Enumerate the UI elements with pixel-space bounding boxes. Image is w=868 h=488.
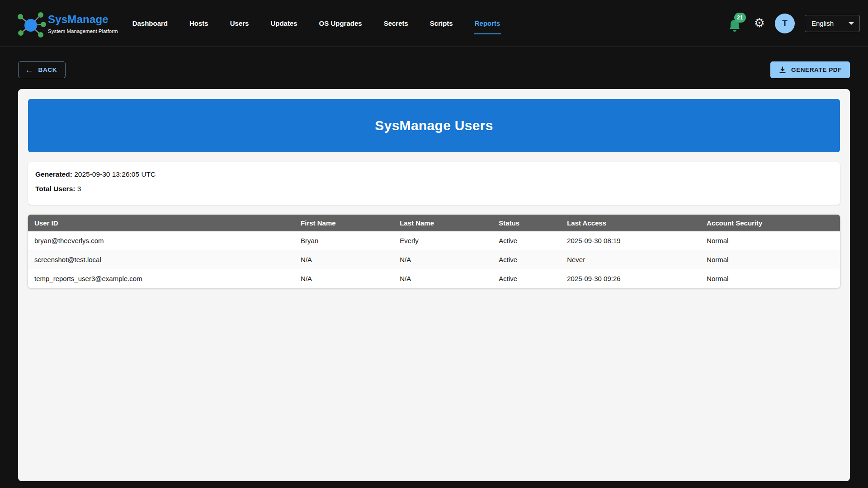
cell-user-id: bryan@theeverlys.com	[28, 231, 294, 250]
report-title: SysManage Users	[375, 118, 493, 133]
cell-account-security: Normal	[700, 269, 840, 288]
nav-item-scripts[interactable]: Scripts	[429, 15, 454, 34]
report-meta-card: Generated: 2025-09-30 13:26:05 UTC Total…	[28, 162, 840, 205]
report-toolbar: ← BACK GENERATE PDF	[0, 47, 868, 78]
users-table: User ID First Name Last Name Status Last…	[28, 215, 840, 288]
main-nav: Dashboard Hosts Users Updates OS Upgrade…	[132, 0, 501, 47]
settings-gear-icon[interactable]: ⚙	[754, 17, 765, 29]
language-selected-value: English	[811, 19, 834, 27]
language-select[interactable]: English	[805, 15, 860, 32]
col-header-last-name: Last Name	[393, 215, 492, 231]
download-icon	[778, 66, 787, 74]
cell-status: Active	[492, 250, 561, 269]
col-header-account-security: Account Security	[700, 215, 840, 231]
cell-account-security: Normal	[700, 231, 840, 250]
chevron-down-icon	[849, 22, 854, 25]
report-banner: SysManage Users	[28, 99, 840, 152]
cell-last-access: 2025-09-30 09:26	[561, 269, 700, 288]
cell-last-access: Never	[561, 250, 700, 269]
total-users-label: Total Users:	[35, 185, 75, 192]
arrow-left-icon: ←	[25, 66, 34, 74]
avatar-initial: T	[782, 19, 788, 28]
users-table-card: User ID First Name Last Name Status Last…	[28, 215, 840, 288]
brand-subtitle: System Management Platform	[48, 28, 118, 34]
appbar-right-cluster: 21 ⚙ T English	[728, 13, 860, 34]
cell-last-access: 2025-09-30 08:19	[561, 231, 700, 250]
table-row[interactable]: bryan@theeverlys.com Bryan Everly Active…	[28, 231, 840, 250]
cell-user-id: screenshot@test.local	[28, 250, 294, 269]
cell-user-id: temp_reports_user3@example.com	[28, 269, 294, 288]
generated-value: 2025-09-30 13:26:05 UTC	[72, 170, 156, 178]
nav-item-hosts[interactable]: Hosts	[189, 15, 209, 34]
app-header: SysManage System Management Platform Das…	[0, 0, 868, 47]
total-users-value: 3	[75, 185, 81, 192]
nav-item-users[interactable]: Users	[229, 15, 250, 34]
col-header-status: Status	[492, 215, 561, 231]
nav-item-updates[interactable]: Updates	[269, 15, 298, 34]
report-card: SysManage Users Generated: 2025-09-30 13…	[18, 89, 850, 481]
cell-last-name: N/A	[393, 269, 492, 288]
brand-title: SysManage	[48, 13, 118, 26]
col-header-first-name: First Name	[294, 215, 393, 231]
back-button[interactable]: ← BACK	[18, 61, 66, 78]
brand-block: SysManage System Management Platform	[48, 13, 118, 34]
nav-item-dashboard[interactable]: Dashboard	[132, 15, 169, 34]
cell-account-security: Normal	[700, 250, 840, 269]
cell-first-name: N/A	[294, 250, 393, 269]
app-logo	[8, 3, 46, 44]
table-row[interactable]: temp_reports_user3@example.com N/A N/A A…	[28, 269, 840, 288]
cell-last-name: N/A	[393, 250, 492, 269]
cell-status: Active	[492, 231, 561, 250]
cell-first-name: Bryan	[294, 231, 393, 250]
network-logo-icon	[8, 3, 46, 44]
nav-item-reports[interactable]: Reports	[474, 15, 501, 34]
total-users-line: Total Users: 3	[35, 185, 833, 193]
notifications-button[interactable]: 21	[728, 13, 744, 34]
generate-pdf-button[interactable]: GENERATE PDF	[770, 61, 850, 78]
generate-pdf-label: GENERATE PDF	[791, 66, 842, 73]
table-header-row: User ID First Name Last Name Status Last…	[28, 215, 840, 231]
col-header-last-access: Last Access	[561, 215, 700, 231]
generated-line: Generated: 2025-09-30 13:26:05 UTC	[35, 170, 833, 178]
col-header-user-id: User ID	[28, 215, 294, 231]
user-avatar[interactable]: T	[775, 14, 795, 33]
notification-count-badge: 21	[734, 13, 746, 23]
table-row[interactable]: screenshot@test.local N/A N/A Active Nev…	[28, 250, 840, 269]
generated-label: Generated:	[35, 170, 72, 178]
cell-first-name: N/A	[294, 269, 393, 288]
nav-item-secrets[interactable]: Secrets	[383, 15, 409, 34]
back-button-label: BACK	[38, 66, 57, 73]
cell-last-name: Everly	[393, 231, 492, 250]
cell-status: Active	[492, 269, 561, 288]
nav-item-os-upgrades[interactable]: OS Upgrades	[318, 15, 363, 34]
